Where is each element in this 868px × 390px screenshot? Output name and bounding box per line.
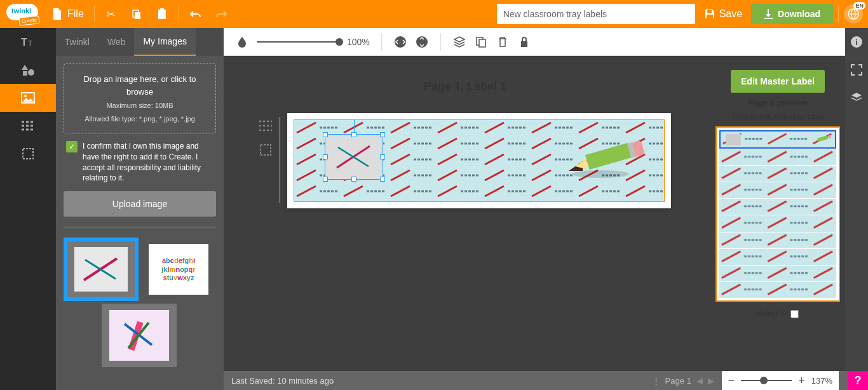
preview-label[interactable]: [719, 266, 836, 281]
language-button[interactable]: EN: [844, 4, 863, 24]
next-page-icon[interactable]: ▶: [708, 376, 714, 386]
help-button[interactable]: ?: [848, 371, 868, 390]
preview-label[interactable]: [719, 130, 836, 149]
flip-vertical-button[interactable]: [415, 35, 429, 49]
my-images-grid: abcdefghijklmnopqrstuvwxyz: [64, 238, 216, 367]
fullscreen-button[interactable]: [845, 56, 868, 84]
dropzone-types: Allowed file type: *.png, *.jpeg, *.jpg: [71, 114, 209, 124]
copy-button[interactable]: [125, 4, 148, 24]
save-icon: [704, 8, 715, 20]
svg-text:T: T: [28, 39, 32, 47]
flip-horizontal-button[interactable]: [393, 35, 407, 49]
right-tool-rail: i: [845, 28, 868, 371]
layers-icon: [850, 91, 863, 104]
cut-button[interactable]: ✂: [100, 4, 123, 24]
zoom-slider[interactable]: [741, 380, 792, 381]
preview-label[interactable]: [719, 182, 836, 198]
svg-rect-51: [719, 266, 836, 281]
layers-button[interactable]: [452, 35, 466, 49]
document-name-input[interactable]: [497, 4, 695, 24]
svg-rect-43: [828, 135, 831, 138]
page-navigator[interactable]: ⋮ Page 1 ◀ ▶: [652, 376, 714, 386]
svg-rect-2: [158, 10, 166, 19]
image-thumb[interactable]: abcdefghijklmnopqrstuvwxyz: [141, 238, 216, 301]
shapes-tool[interactable]: [0, 56, 56, 84]
redo-icon: [215, 8, 227, 20]
frame-icon: [22, 147, 34, 160]
tab-my-images[interactable]: My Images: [134, 28, 195, 56]
page-preview: [715, 126, 840, 302]
zoom-out-button[interactable]: −: [728, 374, 735, 387]
svg-rect-45: [719, 166, 836, 182]
opacity-icon: [235, 35, 249, 49]
lock-button[interactable]: [517, 35, 531, 49]
svg-rect-3: [160, 8, 164, 11]
svg-rect-42: [817, 135, 828, 142]
preview-label[interactable]: [719, 149, 836, 165]
zoom-in-button[interactable]: +: [798, 374, 805, 387]
confirm-checkbox[interactable]: ✓: [66, 141, 78, 152]
frame-guide-icon: [259, 144, 272, 156]
zoom-value: 137%: [811, 376, 832, 386]
svg-text:T: T: [21, 37, 27, 48]
svg-point-33: [572, 170, 629, 178]
preview-label[interactable]: [719, 199, 836, 215]
workspace[interactable]: Page 1, Label 1: [224, 56, 868, 390]
info-button[interactable]: i: [845, 28, 868, 56]
preview-label[interactable]: [719, 232, 836, 248]
fullscreen-icon: [851, 64, 862, 76]
undo-button[interactable]: [184, 4, 207, 24]
svg-rect-16: [23, 149, 33, 159]
pencil-illustration: [569, 136, 645, 180]
file-icon: [51, 8, 64, 20]
duplicate-button[interactable]: [474, 35, 488, 49]
svg-rect-13: [23, 71, 27, 76]
preview-label[interactable]: [719, 215, 836, 231]
opacity-slider[interactable]: [257, 41, 339, 43]
side-panel: Twinkl Web My Images Drop an image here,…: [56, 28, 224, 390]
confirm-text: I confirm that I own this image and have…: [83, 141, 214, 184]
images-tool[interactable]: [0, 84, 56, 112]
download-button[interactable]: Download: [751, 4, 833, 24]
preview-label[interactable]: [719, 249, 836, 265]
shapes-icon: [21, 64, 35, 76]
image-thumb[interactable]: [102, 304, 177, 367]
text-tool[interactable]: TT: [0, 28, 56, 56]
download-label: Download: [778, 9, 820, 19]
preview-label[interactable]: [719, 282, 836, 298]
label-editor[interactable]: [287, 113, 671, 208]
app-logo[interactable]: twinkl Create: [5, 3, 43, 25]
save-button[interactable]: Save: [698, 8, 749, 20]
upload-dropzone[interactable]: Drop an image here, or click to browse M…: [64, 64, 216, 133]
scissors-icon: ✂: [105, 8, 118, 20]
prev-page-icon[interactable]: ◀: [696, 376, 703, 386]
paste-button[interactable]: [151, 4, 173, 24]
layers-panel-button[interactable]: [845, 84, 868, 112]
select-all-checkbox[interactable]: [790, 310, 799, 318]
preview-label[interactable]: [719, 166, 836, 182]
tab-web[interactable]: Web: [98, 28, 135, 56]
edit-master-button[interactable]: Edit Master Label: [731, 70, 825, 93]
canvas-area: 100% Page 1, Label 1: [224, 28, 868, 390]
selected-image[interactable]: [325, 134, 383, 180]
delete-button[interactable]: [496, 35, 510, 49]
image-thumb[interactable]: [64, 238, 139, 301]
svg-rect-50: [719, 249, 836, 265]
pattern-icon: [22, 119, 34, 132]
svg-rect-1: [135, 12, 140, 19]
divider: [838, 6, 839, 22]
svg-rect-52: [719, 282, 836, 298]
label-guides: [259, 119, 272, 156]
select-all-label: Select All: [757, 309, 788, 318]
file-menu[interactable]: File: [46, 4, 89, 24]
guide-line: [280, 117, 280, 203]
redo-button[interactable]: [210, 4, 233, 24]
tab-twinkl[interactable]: Twinkl: [56, 28, 98, 56]
dropzone-text: Drop an image here, or click to browse: [71, 73, 209, 98]
help-icon: ?: [855, 374, 862, 387]
patterns-tool[interactable]: [0, 112, 56, 140]
svg-rect-27: [261, 145, 271, 155]
frames-tool[interactable]: [0, 140, 56, 168]
upload-button[interactable]: Upload image: [64, 191, 216, 217]
svg-point-12: [28, 69, 34, 76]
